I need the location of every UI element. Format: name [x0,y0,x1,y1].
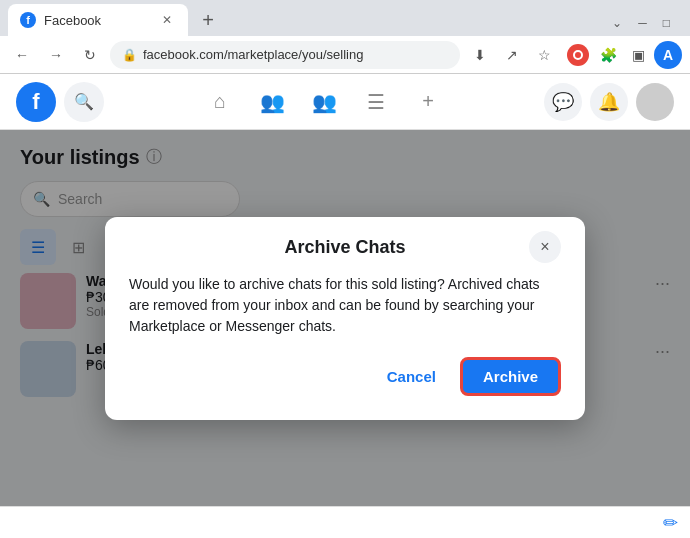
edit-icon[interactable]: ✏ [663,512,678,534]
fb-nav-home[interactable]: ⌂ [196,78,244,126]
back-button[interactable]: ← [8,41,36,69]
puzzle-extension-icon[interactable]: 🧩 [594,41,622,69]
bookmark-icon[interactable]: ☆ [530,41,558,69]
fb-nav-create[interactable]: + [404,78,452,126]
modal-footer: Cancel Archive [129,357,561,396]
extensions-area: 🧩 ▣ A [564,41,682,69]
archive-chats-modal: Archive Chats × Would you like to archiv… [105,217,585,420]
fb-nav-menu[interactable]: ☰ [352,78,400,126]
window-maximize-icon[interactable]: □ [663,16,670,30]
facebook-search-button[interactable]: 🔍 [64,82,104,122]
tab-favicon: f [20,12,36,28]
fb-nav-friends[interactable]: 👥 [248,78,296,126]
lock-icon: 🔒 [122,48,137,62]
target-ext-inner [573,50,583,60]
page-content: Your listings ⓘ 🔍 Search ☰ ⊞ Wallet ₱300… [0,130,690,506]
target-ext-circle [567,44,589,66]
fb-notifications-button[interactable]: 🔔 [590,83,628,121]
url-bar[interactable]: 🔒 facebook.com/marketplace/you/selling [110,41,460,69]
fb-messenger-button[interactable]: 💬 [544,83,582,121]
share-icon[interactable]: ↗ [498,41,526,69]
active-tab[interactable]: f Facebook ✕ [8,4,188,36]
address-actions: ⬇ ↗ ☆ [466,41,558,69]
tab-bar: f Facebook ✕ + ⌄ ─ □ [0,0,690,36]
new-tab-button[interactable]: + [192,4,224,36]
download-icon[interactable]: ⬇ [466,41,494,69]
facebook-logo: f [16,82,56,122]
sidebar-icon[interactable]: ▣ [624,41,652,69]
modal-body: Would you like to archive chats for this… [129,274,561,337]
facebook-header: f 🔍 ⌂ 👥 👥 ☰ + 💬 🔔 [0,74,690,130]
window-minimize-icon[interactable]: ─ [638,16,647,30]
browser-frame: f Facebook ✕ + ⌄ ─ □ ← → ↻ 🔒 facebook.co… [0,0,690,538]
url-text: facebook.com/marketplace/you/selling [143,47,363,62]
facebook-nav: ⌂ 👥 👥 ☰ + [112,78,536,126]
window-collapse-icon[interactable]: ⌄ [612,16,622,30]
fb-avatar[interactable] [636,83,674,121]
fb-nav-groups[interactable]: 👥 [300,78,348,126]
address-bar: ← → ↻ 🔒 facebook.com/marketplace/you/sel… [0,36,690,74]
archive-button[interactable]: Archive [460,357,561,396]
fb-right-actions: 💬 🔔 [544,83,674,121]
tab-close-button[interactable]: ✕ [158,11,176,29]
profile-button[interactable]: A [654,41,682,69]
cancel-button[interactable]: Cancel [375,360,448,393]
bottom-bar: ✏ [0,506,690,538]
modal-title: Archive Chats [284,237,405,258]
window-controls: ⌄ ─ □ [612,16,682,36]
modal-header: Archive Chats × [129,237,561,258]
refresh-button[interactable]: ↻ [76,41,104,69]
target-extension-icon[interactable] [564,41,592,69]
tab-title-label: Facebook [44,13,150,28]
modal-close-button[interactable]: × [529,231,561,263]
forward-button[interactable]: → [42,41,70,69]
modal-overlay: Archive Chats × Would you like to archiv… [0,130,690,506]
